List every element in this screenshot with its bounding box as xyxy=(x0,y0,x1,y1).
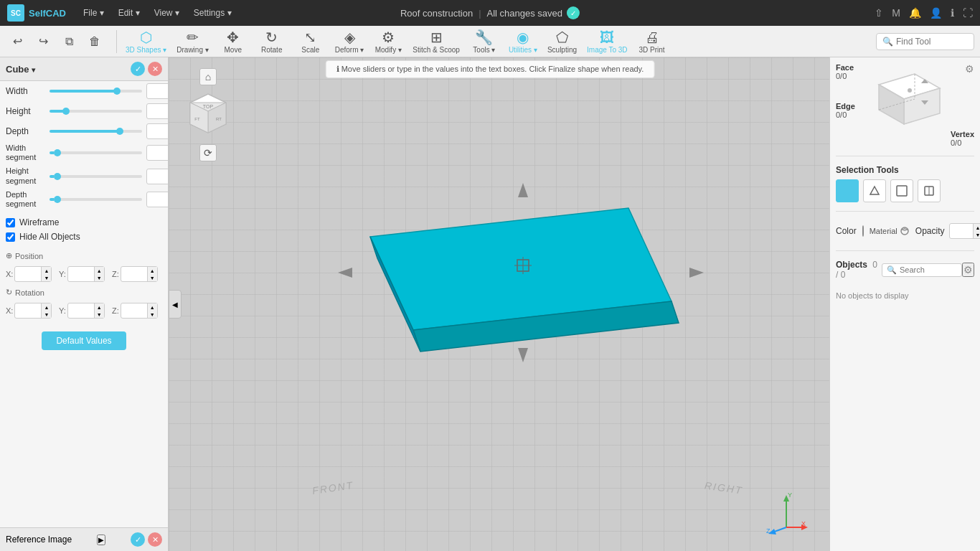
menu-file[interactable]: File ▾ xyxy=(77,5,110,21)
select-edge-button[interactable] xyxy=(890,179,913,202)
wireframe-checkbox[interactable] xyxy=(6,218,15,227)
width-segment-input[interactable]: 1 xyxy=(147,147,169,159)
height-row: Height 50 ▲ ▼ xyxy=(0,101,168,121)
tool-image-to-3d[interactable]: 🖼 Image To 3D xyxy=(583,28,632,55)
undo-button[interactable]: ↩ xyxy=(6,30,29,53)
select-vertex-button[interactable] xyxy=(863,179,886,202)
ref-confirm-button[interactable]: ✓ xyxy=(131,532,145,547)
rot-x-up[interactable]: ▲ xyxy=(41,303,51,311)
tool-tools[interactable]: 🔧 Tools ▾ xyxy=(466,27,503,55)
pos-x-down[interactable]: ▼ xyxy=(41,274,51,281)
height-slider[interactable] xyxy=(50,110,142,113)
pos-z-down[interactable]: ▼ xyxy=(147,274,157,281)
tool-3d-print[interactable]: 🖨 3D Print xyxy=(633,28,671,55)
separator: | xyxy=(479,8,481,19)
find-tool-input[interactable] xyxy=(896,37,968,47)
rot-x-wrap: 0 ▲ ▼ xyxy=(14,303,52,319)
tool-drawing[interactable]: ✏ Drawing ▾ xyxy=(172,27,212,55)
opacity-down[interactable]: ▼ xyxy=(973,231,981,238)
redo-button[interactable]: ↪ xyxy=(32,30,55,53)
height-input[interactable]: 50 xyxy=(147,105,169,117)
find-tool-search[interactable]: 🔍 xyxy=(876,33,974,50)
reference-image-expand[interactable]: ▶ xyxy=(97,534,105,545)
tool-deform[interactable]: ◈ Deform ▾ xyxy=(331,27,369,55)
bell-icon[interactable]: 🔔 xyxy=(909,7,921,19)
pos-x-input[interactable]: 0 xyxy=(15,268,41,280)
tool-sculpting[interactable]: ⬠ Sculpting xyxy=(543,27,581,55)
color-swatch[interactable] xyxy=(862,225,864,237)
height-segment-slider[interactable] xyxy=(50,175,142,178)
tool-scale[interactable]: ⤡ Scale xyxy=(292,27,329,55)
menu-edit[interactable]: Edit ▾ xyxy=(113,5,146,21)
opacity-up[interactable]: ▲ xyxy=(973,224,981,231)
tool-modify[interactable]: ⚙ Modify ▾ xyxy=(369,27,407,55)
fullscreen-icon[interactable]: ⛶ xyxy=(963,7,973,19)
ref-close-button[interactable]: ✕ xyxy=(148,532,162,547)
width-input[interactable]: 810 xyxy=(147,85,169,97)
svg-marker-14 xyxy=(518,348,528,362)
pos-z-input[interactable]: 0 xyxy=(121,268,147,280)
height-segment-input[interactable]: 1 xyxy=(147,171,169,182)
user-icon[interactable]: 👤 xyxy=(930,7,942,19)
rot-y-down[interactable]: ▼ xyxy=(94,311,104,318)
share-icon[interactable]: ⇧ xyxy=(875,7,883,19)
pos-y-down[interactable]: ▼ xyxy=(94,274,104,281)
depth-segment-input[interactable]: 1 xyxy=(147,194,169,205)
pos-y-up[interactable]: ▲ xyxy=(94,267,104,274)
delete-button[interactable]: 🗑 xyxy=(83,30,106,53)
objects-search[interactable]: 🔍 xyxy=(882,263,962,277)
objects-gear-button[interactable]: ⚙ xyxy=(962,263,974,277)
tool-utilities[interactable]: ◉ Utilities ▾ xyxy=(504,27,542,55)
rot-z-up[interactable]: ▲ xyxy=(147,303,157,311)
rot-z-down[interactable]: ▼ xyxy=(147,311,157,318)
collapse-left-panel[interactable]: ◀ xyxy=(169,290,182,319)
mail-icon[interactable]: M xyxy=(892,7,900,19)
select-object-button[interactable] xyxy=(918,179,941,202)
rot-x-input[interactable]: 0 xyxy=(15,305,41,316)
face-label: Face xyxy=(836,63,855,72)
hide-all-checkbox[interactable] xyxy=(6,232,15,242)
tool-rotate[interactable]: ↻ Rotate xyxy=(253,27,291,55)
pos-z-up[interactable]: ▲ xyxy=(147,267,157,274)
select-face-button[interactable] xyxy=(836,179,859,202)
left-panel: Cube ▾ ✓ ✕ Width 810 ▲ ▼ Height 50 xyxy=(0,57,169,551)
depth-input[interactable]: 870 xyxy=(147,126,169,137)
viewport[interactable]: ⌂ TOP RT FT ⟳ ◀ xyxy=(169,57,829,551)
objects-search-input[interactable] xyxy=(900,265,957,274)
nav-cube[interactable]: TOP RT FT xyxy=(183,88,233,138)
depth-segment-slider[interactable] xyxy=(50,198,142,201)
rot-y-input[interactable]: 0 xyxy=(68,305,94,316)
rotate-view-button[interactable]: ⟳ xyxy=(199,144,217,161)
wireframe-label[interactable]: Wireframe xyxy=(19,217,59,227)
material-button[interactable]: Material xyxy=(870,226,910,236)
mesh-settings-gear[interactable]: ⚙ xyxy=(965,63,974,75)
hide-all-label[interactable]: Hide All Objects xyxy=(19,232,80,242)
menu-view[interactable]: View ▾ xyxy=(149,5,185,21)
depth-slider[interactable] xyxy=(50,130,142,133)
material-label: Material xyxy=(870,227,897,235)
close-button[interactable]: ✕ xyxy=(148,62,162,76)
opacity-input[interactable]: 0 xyxy=(950,225,973,237)
selection-tools-row xyxy=(836,179,974,202)
width-slider[interactable] xyxy=(50,90,142,93)
width-segment-slider[interactable] xyxy=(50,151,142,154)
rot-y-up[interactable]: ▲ xyxy=(94,303,104,311)
copy-button[interactable]: ⧉ xyxy=(57,30,80,53)
pos-x-up[interactable]: ▲ xyxy=(41,267,51,274)
tool-move[interactable]: ✥ Move xyxy=(215,27,252,55)
rotation-icon: ↻ xyxy=(6,288,12,297)
tool-3d-shapes[interactable]: ⬡ 3D Shapes ▾ xyxy=(121,27,171,55)
pos-y-input[interactable]: 0 xyxy=(68,268,94,280)
rotate-label: Rotate xyxy=(261,46,282,54)
home-button[interactable]: ⌂ xyxy=(199,68,217,85)
rotate-icon: ↻ xyxy=(265,29,278,46)
rot-x-down[interactable]: ▼ xyxy=(41,311,51,318)
info-icon[interactable]: ℹ xyxy=(951,7,954,19)
default-values-button[interactable]: Default Values xyxy=(42,331,126,350)
logo-icon: SC xyxy=(7,4,24,22)
tool-stitch-scoop[interactable]: ⊞ Stitch & Scoop xyxy=(408,27,464,55)
pos-x-field: X: 0 ▲ ▼ xyxy=(6,266,56,282)
menu-settings[interactable]: Settings ▾ xyxy=(188,5,237,21)
rot-z-input[interactable]: 0 xyxy=(121,305,147,316)
confirm-button[interactable]: ✓ xyxy=(131,62,145,76)
